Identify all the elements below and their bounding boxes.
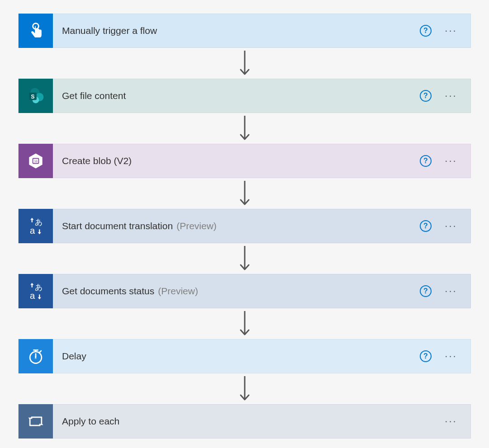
step-actions: ?··· [420,25,470,37]
flow-step-trigger[interactable]: Manually trigger a flow?··· [18,14,471,48]
help-button[interactable]: ? [420,25,432,37]
connector-arrow-icon [18,178,471,209]
sharepoint-icon: S [19,79,53,113]
step-actions: ?··· [420,350,470,362]
step-title-text: Get documents status [62,286,154,297]
help-button[interactable]: ? [420,285,432,297]
step-title: Get documents status(Preview) [53,286,420,297]
more-button[interactable]: ··· [443,415,459,427]
more-button[interactable]: ··· [443,350,459,362]
step-title: Create blob (V2) [53,156,420,166]
svg-line-25 [40,351,41,352]
blob-icon: 10 [19,144,53,178]
step-title: Start document translation(Preview) [53,221,420,231]
step-title: Get file content [53,90,420,101]
more-button[interactable]: ··· [443,285,459,297]
touch-icon [19,14,53,48]
translate-icon: あ a [19,274,53,308]
more-button[interactable]: ··· [443,155,459,167]
step-actions: ?··· [420,155,470,167]
flow-step-foreach[interactable]: Apply to each··· [18,404,471,439]
flow-step-delay[interactable]: L Delay?··· [18,339,471,373]
step-title-text: Start document translation [62,221,173,231]
help-button[interactable]: ? [420,155,432,167]
svg-text:L: L [35,356,37,360]
more-button[interactable]: ··· [443,25,459,37]
step-title: Manually trigger a flow [53,25,420,36]
svg-text:S: S [31,94,35,100]
step-title-suffix: (Preview) [158,286,198,297]
flow-step-blob[interactable]: 10 Create blob (V2)?··· [18,144,471,178]
help-button[interactable]: ? [420,90,432,102]
svg-text:10: 10 [34,160,38,163]
step-title: Apply to each [53,416,443,427]
svg-text:a: a [30,226,35,236]
flow-step-getfile[interactable]: S Get file content?··· [18,79,471,113]
step-title-text: Manually trigger a flow [62,25,157,36]
connector-arrow-icon [18,113,471,144]
step-actions: ?··· [420,220,470,232]
flow-step-status[interactable]: あ a Get documents status(Preview)?··· [18,274,471,308]
step-actions: ?··· [420,285,470,297]
step-title-text: Delay [62,351,86,362]
more-button[interactable]: ··· [443,220,459,232]
flow-step-start[interactable]: あ a Start document translation(Preview)?… [18,209,471,243]
step-title: Delay [53,351,420,362]
connector-arrow-icon [18,48,471,79]
step-actions: ··· [443,415,470,427]
translate-icon: あ a [19,209,53,243]
step-actions: ?··· [420,90,470,102]
svg-text:a: a [30,291,35,301]
help-button[interactable]: ? [420,350,432,362]
connector-arrow-icon [18,308,471,339]
connector-arrow-icon [18,373,471,404]
svg-text:あ: あ [35,283,43,292]
flow-canvas: Manually trigger a flow?··· S Get file c… [18,14,471,439]
help-button[interactable]: ? [420,220,432,232]
step-title-suffix: (Preview) [176,221,217,231]
connector-arrow-icon [18,243,471,274]
step-title-text: Apply to each [62,416,119,427]
step-title-text: Create blob (V2) [62,156,132,166]
step-title-text: Get file content [62,90,126,101]
more-button[interactable]: ··· [443,90,459,102]
svg-text:あ: あ [35,217,43,226]
timer-icon: L [19,339,53,373]
loop-icon [19,404,53,439]
